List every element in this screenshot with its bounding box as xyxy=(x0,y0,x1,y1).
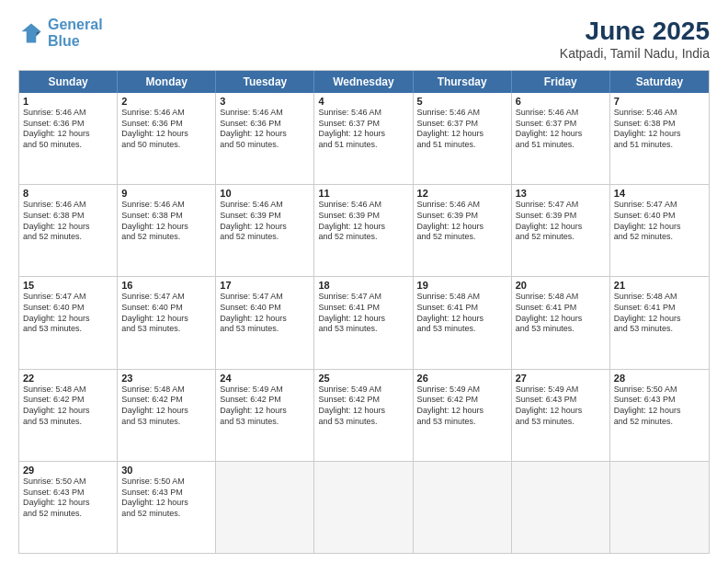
sunrise-line: Sunrise: 5:46 AM xyxy=(121,108,211,119)
day-number: 27 xyxy=(516,373,606,384)
sunset-line: Sunset: 6:36 PM xyxy=(23,119,113,130)
title-block: June 2025 Katpadi, Tamil Nadu, India xyxy=(560,17,710,61)
logo-text: General Blue xyxy=(48,17,103,49)
calendar-cell: 21Sunrise: 5:48 AMSunset: 6:41 PMDayligh… xyxy=(610,277,709,368)
daylight-line2: and 53 minutes. xyxy=(417,324,507,335)
day-number: 8 xyxy=(23,188,113,199)
day-number: 6 xyxy=(516,96,606,107)
header-day-sunday: Sunday xyxy=(19,71,118,93)
daylight-line2: and 53 minutes. xyxy=(23,417,113,428)
daylight-line1: Daylight: 12 hours xyxy=(23,222,113,233)
sunset-line: Sunset: 6:40 PM xyxy=(614,211,705,222)
daylight-line2: and 52 minutes. xyxy=(220,232,310,243)
daylight-line2: and 52 minutes. xyxy=(23,232,113,243)
daylight-line1: Daylight: 12 hours xyxy=(23,314,113,325)
sunset-line: Sunset: 6:43 PM xyxy=(516,395,606,406)
day-number: 26 xyxy=(417,373,507,384)
sunrise-line: Sunrise: 5:48 AM xyxy=(121,385,211,396)
sunrise-line: Sunrise: 5:47 AM xyxy=(614,200,705,211)
daylight-line1: Daylight: 12 hours xyxy=(614,314,705,325)
sunrise-line: Sunrise: 5:46 AM xyxy=(23,200,113,211)
daylight-line2: and 53 minutes. xyxy=(220,417,310,428)
day-number: 9 xyxy=(121,188,211,199)
calendar-cell: 20Sunrise: 5:48 AMSunset: 6:41 PMDayligh… xyxy=(512,277,610,368)
day-number: 30 xyxy=(121,465,211,476)
sunset-line: Sunset: 6:40 PM xyxy=(121,303,211,314)
main-title: June 2025 xyxy=(560,17,710,46)
calendar-cell: 3Sunrise: 5:46 AMSunset: 6:36 PMDaylight… xyxy=(216,93,314,184)
sunrise-line: Sunrise: 5:48 AM xyxy=(417,292,507,303)
sunset-line: Sunset: 6:43 PM xyxy=(23,488,113,499)
daylight-line1: Daylight: 12 hours xyxy=(516,314,606,325)
calendar-cell: 17Sunrise: 5:47 AMSunset: 6:40 PMDayligh… xyxy=(216,277,314,368)
daylight-line1: Daylight: 12 hours xyxy=(121,406,211,417)
sunrise-line: Sunrise: 5:50 AM xyxy=(121,477,211,488)
sunrise-line: Sunrise: 5:50 AM xyxy=(23,477,113,488)
calendar-cell: 29Sunrise: 5:50 AMSunset: 6:43 PMDayligh… xyxy=(19,462,118,553)
day-number: 15 xyxy=(23,280,113,291)
day-number: 12 xyxy=(417,188,507,199)
sunrise-line: Sunrise: 5:48 AM xyxy=(614,292,705,303)
calendar-cell: 26Sunrise: 5:49 AMSunset: 6:42 PMDayligh… xyxy=(414,370,512,461)
header-day-friday: Friday xyxy=(512,71,610,93)
daylight-line2: and 53 minutes. xyxy=(614,324,705,335)
calendar-cell xyxy=(414,462,512,553)
daylight-line2: and 52 minutes. xyxy=(23,509,113,520)
sunset-line: Sunset: 6:41 PM xyxy=(318,303,408,314)
daylight-line2: and 53 minutes. xyxy=(318,324,408,335)
daylight-line1: Daylight: 12 hours xyxy=(220,314,310,325)
sunset-line: Sunset: 6:38 PM xyxy=(121,211,211,222)
daylight-line2: and 52 minutes. xyxy=(318,232,408,243)
daylight-line1: Daylight: 12 hours xyxy=(23,498,113,509)
daylight-line1: Daylight: 12 hours xyxy=(614,129,705,140)
calendar-cell xyxy=(610,462,709,553)
header: General Blue June 2025 Katpadi, Tamil Na… xyxy=(18,17,710,61)
calendar-cell: 19Sunrise: 5:48 AMSunset: 6:41 PMDayligh… xyxy=(414,277,512,368)
sunrise-line: Sunrise: 5:46 AM xyxy=(220,200,310,211)
calendar-row-1: 8Sunrise: 5:46 AMSunset: 6:38 PMDaylight… xyxy=(19,185,709,277)
daylight-line1: Daylight: 12 hours xyxy=(417,222,507,233)
calendar-row-2: 15Sunrise: 5:47 AMSunset: 6:40 PMDayligh… xyxy=(19,277,709,369)
day-number: 29 xyxy=(23,465,113,476)
sunset-line: Sunset: 6:39 PM xyxy=(516,211,606,222)
day-number: 7 xyxy=(614,96,705,107)
day-number: 16 xyxy=(121,280,211,291)
daylight-line1: Daylight: 12 hours xyxy=(121,222,211,233)
daylight-line2: and 53 minutes. xyxy=(516,417,606,428)
logo: General Blue xyxy=(18,17,103,49)
daylight-line2: and 50 minutes. xyxy=(23,140,113,151)
sunset-line: Sunset: 6:38 PM xyxy=(614,119,705,130)
sunrise-line: Sunrise: 5:49 AM xyxy=(516,385,606,396)
calendar-cell: 18Sunrise: 5:47 AMSunset: 6:41 PMDayligh… xyxy=(314,277,413,368)
sunrise-line: Sunrise: 5:47 AM xyxy=(23,292,113,303)
daylight-line2: and 52 minutes. xyxy=(121,509,211,520)
sunset-line: Sunset: 6:42 PM xyxy=(318,395,408,406)
day-number: 3 xyxy=(220,96,310,107)
sunrise-line: Sunrise: 5:46 AM xyxy=(220,108,310,119)
daylight-line1: Daylight: 12 hours xyxy=(220,406,310,417)
day-number: 25 xyxy=(318,373,408,384)
calendar-cell: 2Sunrise: 5:46 AMSunset: 6:36 PMDaylight… xyxy=(118,93,216,184)
daylight-line1: Daylight: 12 hours xyxy=(417,406,507,417)
day-number: 22 xyxy=(23,373,113,384)
sunset-line: Sunset: 6:37 PM xyxy=(318,119,408,130)
sunrise-line: Sunrise: 5:47 AM xyxy=(318,292,408,303)
sunset-line: Sunset: 6:37 PM xyxy=(417,119,507,130)
logo-icon xyxy=(18,20,44,46)
daylight-line2: and 53 minutes. xyxy=(121,417,211,428)
daylight-line2: and 50 minutes. xyxy=(121,140,211,151)
calendar-cell: 27Sunrise: 5:49 AMSunset: 6:43 PMDayligh… xyxy=(512,370,610,461)
daylight-line1: Daylight: 12 hours xyxy=(121,129,211,140)
sunset-line: Sunset: 6:40 PM xyxy=(23,303,113,314)
svg-marker-1 xyxy=(36,31,40,36)
sunrise-line: Sunrise: 5:46 AM xyxy=(417,108,507,119)
calendar: SundayMondayTuesdayWednesdayThursdayFrid… xyxy=(18,70,710,554)
daylight-line2: and 53 minutes. xyxy=(516,324,606,335)
day-number: 14 xyxy=(614,188,705,199)
calendar-body: 1Sunrise: 5:46 AMSunset: 6:36 PMDaylight… xyxy=(19,93,709,553)
subtitle: Katpadi, Tamil Nadu, India xyxy=(560,46,710,61)
calendar-cell: 25Sunrise: 5:49 AMSunset: 6:42 PMDayligh… xyxy=(314,370,413,461)
day-number: 23 xyxy=(121,373,211,384)
day-number: 19 xyxy=(417,280,507,291)
calendar-cell: 5Sunrise: 5:46 AMSunset: 6:37 PMDaylight… xyxy=(414,93,512,184)
